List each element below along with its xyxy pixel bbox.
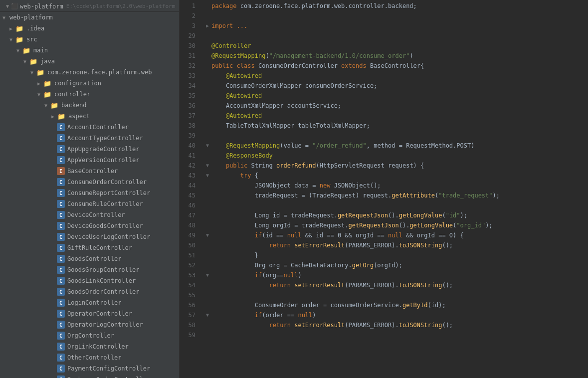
- code-tokens-50: return setErrorResult(PARAMS_ERROR).toJS…: [211, 240, 588, 250]
- tree-item-LoginController[interactable]: C LoginController: [0, 297, 179, 308]
- code-tokens-33: @Autowired: [211, 71, 588, 81]
- tree-arrow: ▼: [42, 103, 50, 108]
- tree-item-OrgLinkController[interactable]: C OrgLinkController: [0, 341, 179, 352]
- line-num-49: 49: [180, 230, 196, 240]
- line-num-30: 30: [180, 41, 196, 51]
- tree-item-AppUpgradeController[interactable]: C AppUpgradeController: [0, 144, 179, 155]
- code-line-37: @Autowired: [203, 111, 588, 121]
- tree-item-ConsumeReportController[interactable]: C ConsumeReportController: [0, 188, 179, 198]
- tree-item-GoodsOrderController[interactable]: C GoodsOrderController: [0, 286, 179, 297]
- tree-item-DeviceGoodsController[interactable]: C DeviceGoodsController: [0, 220, 179, 231]
- tree-item-src[interactable]: ▼ 📁 src: [0, 34, 179, 45]
- line-num-2: 2: [180, 11, 196, 21]
- folder-icon: 📁: [57, 113, 66, 120]
- tree-arrow: ▼: [0, 15, 8, 20]
- code-tokens-34: ConsumeOrderXmlMapper consumeOrderServic…: [211, 81, 588, 91]
- tree-item-AccountController[interactable]: C AccountController: [0, 122, 179, 133]
- class-c-icon: C: [57, 123, 65, 131]
- tree-item-GiftRuleController[interactable]: C GiftRuleController: [0, 242, 179, 253]
- code-line-39: [203, 131, 588, 141]
- fold-gutter[interactable]: ▼: [203, 141, 211, 151]
- project-root[interactable]: ▼ ⬛ web-platform E:\code\platform\2.0\we…: [0, 1, 179, 12]
- file-tree[interactable]: ▼ ⬛ web-platform E:\code\platform\2.0\we…: [0, 0, 180, 378]
- tree-label: .idea: [26, 25, 177, 32]
- folder-icon: 📁: [43, 91, 52, 98]
- tree-item-AppVersionController[interactable]: C AppVersionController: [0, 155, 179, 166]
- tree-item-OperatorController[interactable]: C OperatorController: [0, 308, 179, 319]
- code-line-57: ▼ if(order == null): [203, 310, 588, 320]
- line-num-1: 1: [180, 1, 196, 11]
- fold-gutter[interactable]: ▼: [203, 230, 211, 240]
- code-line-40: ▼ @RequestMapping(value = "/order_refund…: [203, 141, 588, 151]
- class-c-icon: C: [57, 310, 65, 318]
- tree-label: RechargeOrderController: [67, 376, 177, 378]
- tree-item-web-platform-root[interactable]: ▼ web-platform: [0, 12, 179, 23]
- tree-item-RechargeOrderController[interactable]: C RechargeOrderController: [0, 374, 179, 378]
- tree-item-BaseController[interactable]: I BaseController: [0, 166, 179, 177]
- tree-item-OperatorLogController[interactable]: C OperatorLogController: [0, 319, 179, 330]
- folder-icon: 📁: [50, 102, 59, 109]
- tree-item-DeviceUserLogController[interactable]: C DeviceUserLogController: [0, 231, 179, 242]
- code-line-31: @RequestMapping("/management-backend/1.0…: [203, 51, 588, 61]
- fold-gutter[interactable]: ▶: [203, 21, 211, 31]
- tree-item-configuration[interactable]: ▶ 📁 configuration: [0, 78, 179, 89]
- class-c-icon: C: [57, 222, 65, 230]
- code-line-32: public class ConsumeOrderController exte…: [203, 61, 588, 71]
- arrow-icon: ▼: [4, 3, 11, 9]
- tree-item-java[interactable]: ▼ 📁 java: [0, 56, 179, 67]
- fold-gutter[interactable]: ▼: [203, 161, 211, 171]
- tree-item-AccountTypeController[interactable]: C AccountTypeController: [0, 133, 179, 144]
- tree-item-DeviceController[interactable]: C DeviceController: [0, 209, 179, 220]
- class-c-icon: C: [57, 233, 65, 241]
- code-line-41: @ResponseBody: [203, 151, 588, 161]
- code-line-54: return setErrorResult(PARAMS_ERROR).toJS…: [203, 280, 588, 290]
- tree-item-controller[interactable]: ▼ 📁 controller: [0, 89, 179, 100]
- tree-label: ConsumeReportController: [67, 189, 177, 196]
- line-num-53: 53: [180, 270, 196, 280]
- tree-item-ConsumeOrderController[interactable]: C ConsumeOrderController: [0, 177, 179, 188]
- tree-item-aspect[interactable]: ▶ 📁 aspect: [0, 111, 179, 122]
- tree-item-idea[interactable]: ▶ 📁 .idea: [0, 23, 179, 34]
- tree-item-GoodsController[interactable]: C GoodsController: [0, 253, 179, 264]
- tree-label: BaseController: [67, 168, 177, 175]
- tree-item-com-pkg[interactable]: ▼ 📁 com.zeroone.face.platform.web: [0, 67, 179, 78]
- fold-gutter[interactable]: ▼: [203, 310, 211, 320]
- code-tokens-45: tradeRequest = (TradeRequest) request.ge…: [211, 190, 588, 200]
- code-tokens-44: JSONObject data = new JSONObject();: [211, 181, 588, 190]
- fold-gutter[interactable]: ▼: [203, 171, 211, 181]
- code-tokens-40: @RequestMapping(value = "/order_refund",…: [211, 141, 588, 151]
- line-num-48: 48: [180, 220, 196, 230]
- code-line-55: [203, 290, 588, 300]
- tree-label: GiftRuleController: [67, 244, 177, 251]
- code-line-1: package com.zeroone.face.platform.web.co…: [203, 1, 588, 11]
- code-line-51: }: [203, 250, 588, 260]
- code-line-46: [203, 200, 588, 210]
- code-editor: 1232930313233343536373839404142434445464…: [180, 0, 588, 378]
- line-num-57: 57: [180, 310, 196, 320]
- code-line-29: [203, 31, 588, 41]
- code-tokens-52: Org org = CacheDataFactory.getOrg(orgId)…: [211, 260, 588, 270]
- code-line-3: ▶import ...: [203, 21, 588, 31]
- tree-item-main[interactable]: ▼ 📁 main: [0, 45, 179, 56]
- code-tokens-58: return setErrorResult(PARAMS_ERROR).toJS…: [211, 320, 588, 330]
- tree-item-ConsumeRuleController[interactable]: C ConsumeRuleController: [0, 198, 179, 209]
- line-num-44: 44: [180, 181, 196, 190]
- line-num-56: 56: [180, 300, 196, 310]
- tree-label: LoginController: [67, 299, 177, 306]
- tree-label: com.zeroone.face.platform.web: [47, 69, 177, 76]
- tree-item-GoodsLinkController[interactable]: C GoodsLinkController: [0, 275, 179, 286]
- tree-item-GoodsGroupController[interactable]: C GoodsGroupController: [0, 264, 179, 275]
- tree-item-OrgController[interactable]: C OrgController: [0, 330, 179, 341]
- fold-gutter[interactable]: ▼: [203, 270, 211, 280]
- tree-item-backend[interactable]: ▼ 📁 backend: [0, 100, 179, 111]
- tree-label: DeviceUserLogController: [67, 233, 177, 240]
- code-line-35: @Autowired: [203, 91, 588, 101]
- line-num-34: 34: [180, 81, 196, 91]
- tree-item-OtherController[interactable]: C OtherController: [0, 352, 179, 363]
- tree-label: AccountTypeController: [67, 135, 177, 142]
- tree-item-PaymentConfigController[interactable]: C PaymentConfigController: [0, 363, 179, 374]
- folder-icon: 📁: [36, 69, 45, 76]
- code-tokens-51: }: [211, 250, 588, 260]
- line-num-51: 51: [180, 250, 196, 260]
- code-line-49: ▼ if(id == null && id == 0 && orgId == n…: [203, 230, 588, 240]
